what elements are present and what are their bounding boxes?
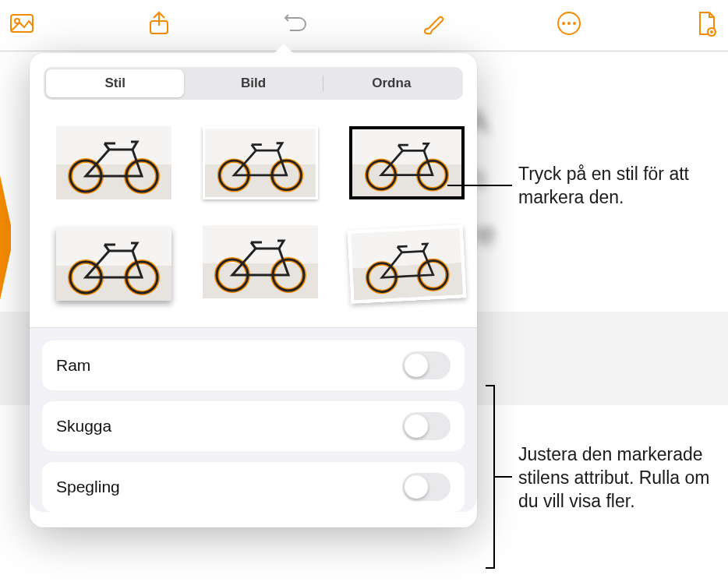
style-thumb[interactable] [200,123,321,203]
switch-spegling[interactable] [402,473,451,501]
setting-ram: Ram [42,340,465,390]
bike-thumbnail [56,126,171,199]
style-thumbnails [30,109,477,327]
background-decoration [0,175,22,300]
settings-list: Ram Skugga Spegling [30,327,477,512]
switch-ram[interactable] [402,351,451,379]
tab-label: Ordna [372,76,411,91]
bike-thumbnail [203,126,318,199]
setting-label: Skugga [56,417,111,436]
tab-label: Stil [104,76,125,91]
tab-bar: Stil Bild Ordna [30,53,477,109]
tab-label: Bild [241,76,266,91]
callout-attrs: Justera den markerade stilens attribut. … [518,443,723,513]
tab-bild[interactable]: Bild [184,69,322,97]
bike-thumbnail [348,224,467,304]
more-icon[interactable] [552,6,586,41]
bike-thumbnail [203,225,318,298]
callout-text: Tryck på en stil för att markera den. [518,164,689,207]
svg-point-9 [710,30,713,34]
svg-point-5 [567,22,571,25]
bike-thumbnail [56,228,171,301]
svg-point-4 [562,22,565,25]
photo-icon[interactable] [5,6,39,41]
undo-icon[interactable] [278,6,313,41]
callout-bracket [486,567,493,569]
style-thumb[interactable] [53,123,175,203]
setting-skugga: Skugga [42,401,465,451]
share-icon[interactable] [142,6,176,41]
tab-stil[interactable]: Stil [46,69,184,97]
brush-icon[interactable] [415,6,450,41]
callout-text: Justera den markerade stilens attribut. … [518,444,709,511]
callout-style: Tryck på en stil för att markera den. [518,162,713,209]
format-popover: Stil Bild Ordna Ram Skugga Spegling [30,53,477,527]
setting-label: Spegling [56,478,120,496]
style-thumb[interactable] [346,224,468,304]
switch-skugga[interactable] [402,412,451,440]
callout-line [493,476,512,478]
style-thumb[interactable] [200,224,321,304]
tab-ordna[interactable]: Ordna [323,69,461,97]
svg-point-6 [573,22,576,25]
document-icon[interactable] [689,6,723,41]
segmented-control: Stil Bild Ordna [44,67,463,100]
svg-rect-0 [11,15,33,32]
style-thumb[interactable] [53,224,175,304]
setting-spegling: Spegling [42,462,465,512]
callout-bracket [486,385,493,386]
callout-line [447,185,512,186]
setting-label: Ram [56,356,90,375]
style-thumb[interactable] [346,123,468,203]
bike-thumbnail [349,126,465,199]
toolbar [0,0,728,51]
